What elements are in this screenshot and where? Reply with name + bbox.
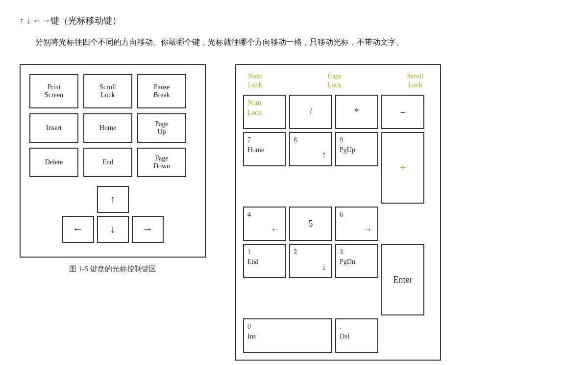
arrow-down-symbol: ↓: [321, 260, 326, 273]
nkey-5[interactable]: 5: [289, 207, 332, 241]
key-page-down[interactable]: PageDown: [137, 148, 186, 177]
nkey-0-ins[interactable]: 0Ins: [243, 318, 332, 353]
arrow-up-symbol: ↑: [321, 148, 326, 161]
numpad-row-1: NumLock / * –: [243, 95, 433, 129]
key-row-3: Delete End PageDown: [29, 148, 196, 177]
numpad-grid: NumLock / * – 7Home 8 ↑ 9PgUp +: [243, 95, 433, 353]
key-row-1: PrintScreen ScrollLock PauseBreak: [29, 74, 196, 108]
nkey-2-down[interactable]: 2 ↓: [289, 244, 332, 278]
numpad-row-5: 0Ins .Del: [243, 318, 433, 353]
indicator-num-lock: NumLock: [248, 72, 262, 90]
arrow-right-symbol: →: [363, 222, 372, 236]
key-scroll-lock[interactable]: ScrollLock: [83, 74, 132, 108]
arrow-section: ↑ ← ↓ →: [29, 186, 196, 243]
nkey-4-left[interactable]: 4 ←: [243, 207, 286, 241]
nkey-slash[interactable]: /: [289, 95, 332, 129]
nkey-8-up[interactable]: 8 ↑: [289, 132, 332, 166]
indicator-scroll-lock: ScrollLock: [407, 72, 423, 90]
arrow-left-symbol: ←: [270, 222, 280, 236]
nkey-enter[interactable]: Enter: [381, 244, 424, 315]
key-arrow-left[interactable]: ←: [62, 216, 94, 243]
numpad-row-2: 7Home 8 ↑ 9PgUp +: [243, 132, 433, 204]
nkey-3-pgdn[interactable]: 3PgDn: [335, 244, 378, 278]
diagrams-row: PrintScreen ScrollLock PauseBreak Insert…: [20, 64, 568, 365]
key-arrow-up[interactable]: ↑: [97, 186, 129, 213]
nkey-dot-del[interactable]: .Del: [335, 318, 378, 353]
numpad-row-4: 1End 2 ↓ 3PgDn Enter: [243, 244, 433, 315]
numpad-row-3: 4 ← 5 6 →: [243, 207, 433, 241]
key-home[interactable]: Home: [83, 113, 132, 143]
key-page-up[interactable]: PageUp: [137, 113, 186, 143]
keyboard-left-box: PrintScreen ScrollLock PauseBreak Insert…: [20, 64, 206, 258]
header-line: ↑ ↓ ←→键（光标移动键）: [20, 15, 568, 26]
nkey-num-lock[interactable]: NumLock: [243, 95, 286, 129]
indicator-row: NumLock CapsLock ScrollLock: [243, 72, 433, 95]
key-insert[interactable]: Insert: [29, 113, 78, 143]
nkey-star[interactable]: *: [335, 95, 378, 129]
right-diagram: NumLock CapsLock ScrollLock NumLock / * …: [235, 64, 441, 365]
nkey-plus[interactable]: +: [381, 132, 424, 204]
body-text: 分别将光标往四个不同的方向移动。你敲哪个键，光标就往哪个方向移动一格，只移动光标…: [20, 35, 568, 50]
key-end[interactable]: End: [83, 148, 132, 177]
left-diagram-caption: 图 1-5 键盘的光标控制键区: [69, 264, 156, 274]
key-print-screen[interactable]: PrintScreen: [29, 74, 78, 108]
key-arrow-right[interactable]: →: [132, 216, 164, 243]
nkey-7-home[interactable]: 7Home: [243, 132, 286, 166]
nkey-9-pgup[interactable]: 9PgUp: [335, 132, 378, 166]
key-delete[interactable]: Delete: [29, 148, 78, 177]
indicator-caps-lock: CapsLock: [327, 72, 342, 90]
nkey-minus[interactable]: –: [381, 95, 424, 129]
key-pause-break[interactable]: PauseBreak: [137, 74, 186, 108]
nkey-6-right[interactable]: 6 →: [335, 207, 378, 241]
key-arrow-down[interactable]: ↓: [97, 216, 129, 243]
numpad-outer-box: NumLock CapsLock ScrollLock NumLock / * …: [235, 64, 441, 361]
key-row-2: Insert Home PageUp: [29, 113, 196, 143]
arrow-row-top: ↑: [97, 186, 129, 213]
left-diagram: PrintScreen ScrollLock PauseBreak Insert…: [20, 64, 206, 274]
arrow-row-middle: ← ↓ →: [62, 216, 164, 243]
nkey-1-end[interactable]: 1End: [243, 244, 286, 278]
